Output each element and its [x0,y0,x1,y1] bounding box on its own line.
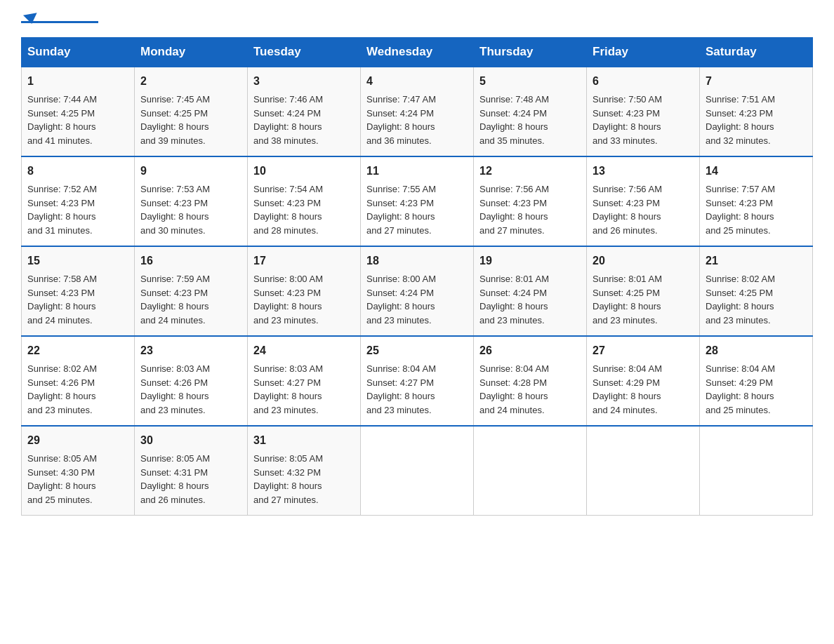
calendar-cell: 19Sunrise: 8:01 AMSunset: 4:24 PMDayligh… [474,246,587,336]
day-info: Sunrise: 7:54 AMSunset: 4:23 PMDaylight:… [253,182,355,237]
header-monday: Monday [135,38,248,67]
day-number: 8 [27,163,128,180]
day-number: 24 [253,342,355,359]
day-info: Sunrise: 7:46 AMSunset: 4:24 PMDaylight:… [253,93,355,147]
day-info: Sunrise: 8:01 AMSunset: 4:24 PMDaylight:… [479,272,581,327]
day-number: 28 [706,342,807,359]
day-info: Sunrise: 8:03 AMSunset: 4:26 PMDaylight:… [140,362,241,417]
day-number: 30 [140,432,241,449]
calendar-cell: 8Sunrise: 7:52 AMSunset: 4:23 PMDaylight… [22,156,135,246]
week-row-3: 15Sunrise: 7:58 AMSunset: 4:23 PMDayligh… [22,246,813,336]
header-sunday: Sunday [22,38,135,67]
day-number: 25 [366,342,468,359]
day-number: 27 [593,342,694,359]
day-info: Sunrise: 7:57 AMSunset: 4:23 PMDaylight:… [706,182,807,237]
day-info: Sunrise: 8:04 AMSunset: 4:28 PMDaylight:… [479,362,581,417]
day-number: 22 [27,342,128,359]
calendar-cell: 7Sunrise: 7:51 AMSunset: 4:23 PMDaylight… [700,67,813,156]
week-row-1: 1Sunrise: 7:44 AMSunset: 4:25 PMDaylight… [22,67,813,156]
day-number: 1 [27,73,128,90]
calendar-cell: 14Sunrise: 7:57 AMSunset: 4:23 PMDayligh… [700,156,813,246]
day-info: Sunrise: 7:55 AMSunset: 4:23 PMDaylight:… [366,182,468,237]
day-info: Sunrise: 7:44 AMSunset: 4:25 PMDaylight:… [27,93,128,147]
header-thursday: Thursday [474,38,587,67]
calendar-cell: 17Sunrise: 8:00 AMSunset: 4:23 PMDayligh… [248,246,361,336]
day-info: Sunrise: 7:58 AMSunset: 4:23 PMDaylight:… [27,272,128,327]
header-saturday: Saturday [700,38,813,67]
day-info: Sunrise: 7:56 AMSunset: 4:23 PMDaylight:… [593,182,694,237]
day-info: Sunrise: 8:02 AMSunset: 4:26 PMDaylight:… [27,362,128,417]
day-info: Sunrise: 7:50 AMSunset: 4:23 PMDaylight:… [593,93,694,147]
day-info: Sunrise: 8:03 AMSunset: 4:27 PMDaylight:… [253,362,355,417]
day-info: Sunrise: 7:56 AMSunset: 4:23 PMDaylight:… [479,182,581,237]
day-info: Sunrise: 8:04 AMSunset: 4:29 PMDaylight:… [593,362,694,417]
calendar-cell: 4Sunrise: 7:47 AMSunset: 4:24 PMDaylight… [361,67,474,156]
calendar-cell: 1Sunrise: 7:44 AMSunset: 4:25 PMDaylight… [22,67,135,156]
day-number: 15 [27,253,128,269]
header-tuesday: Tuesday [248,38,361,67]
week-row-4: 22Sunrise: 8:02 AMSunset: 4:26 PMDayligh… [22,336,813,426]
day-info: Sunrise: 7:45 AMSunset: 4:25 PMDaylight:… [140,93,241,147]
day-number: 29 [27,432,128,449]
day-number: 5 [479,73,581,90]
day-number: 3 [253,73,355,90]
logo-triangle-icon [23,13,39,25]
calendar-cell: 30Sunrise: 8:05 AMSunset: 4:31 PMDayligh… [135,426,248,516]
day-info: Sunrise: 7:52 AMSunset: 4:23 PMDaylight:… [27,182,128,237]
day-info: Sunrise: 7:48 AMSunset: 4:24 PMDaylight:… [479,93,581,147]
day-info: Sunrise: 7:53 AMSunset: 4:23 PMDaylight:… [140,182,241,237]
day-number: 17 [253,253,355,269]
week-row-2: 8Sunrise: 7:52 AMSunset: 4:23 PMDaylight… [22,156,813,246]
day-number: 6 [593,73,694,90]
calendar-cell: 21Sunrise: 8:02 AMSunset: 4:25 PMDayligh… [700,246,813,336]
day-info: Sunrise: 7:51 AMSunset: 4:23 PMDaylight:… [706,93,807,147]
calendar-cell: 15Sunrise: 7:58 AMSunset: 4:23 PMDayligh… [22,246,135,336]
day-info: Sunrise: 8:05 AMSunset: 4:31 PMDaylight:… [140,452,241,507]
day-number: 31 [253,432,355,449]
day-info: Sunrise: 8:02 AMSunset: 4:25 PMDaylight:… [706,272,807,327]
calendar-cell: 3Sunrise: 7:46 AMSunset: 4:24 PMDaylight… [248,67,361,156]
calendar-cell [587,426,700,516]
calendar-cell: 24Sunrise: 8:03 AMSunset: 4:27 PMDayligh… [248,336,361,426]
calendar-cell: 9Sunrise: 7:53 AMSunset: 4:23 PMDaylight… [135,156,248,246]
calendar-table: SundayMondayTuesdayWednesdayThursdayFrid… [21,37,813,516]
day-info: Sunrise: 8:04 AMSunset: 4:27 PMDaylight:… [366,362,468,417]
day-info: Sunrise: 8:01 AMSunset: 4:25 PMDaylight:… [593,272,694,327]
logo [21,14,98,23]
calendar-cell: 23Sunrise: 8:03 AMSunset: 4:26 PMDayligh… [135,336,248,426]
page-header [21,14,813,23]
day-info: Sunrise: 8:04 AMSunset: 4:29 PMDaylight:… [706,362,807,417]
calendar-header-row: SundayMondayTuesdayWednesdayThursdayFrid… [22,38,813,67]
day-info: Sunrise: 8:00 AMSunset: 4:24 PMDaylight:… [366,272,468,327]
calendar-cell [700,426,813,516]
day-number: 9 [140,163,241,180]
day-number: 23 [140,342,241,359]
day-number: 21 [706,253,807,269]
day-number: 18 [366,253,468,269]
calendar-cell: 20Sunrise: 8:01 AMSunset: 4:25 PMDayligh… [587,246,700,336]
calendar-cell: 10Sunrise: 7:54 AMSunset: 4:23 PMDayligh… [248,156,361,246]
day-number: 10 [253,163,355,180]
calendar-cell: 16Sunrise: 7:59 AMSunset: 4:23 PMDayligh… [135,246,248,336]
calendar-cell: 12Sunrise: 7:56 AMSunset: 4:23 PMDayligh… [474,156,587,246]
calendar-cell: 29Sunrise: 8:05 AMSunset: 4:30 PMDayligh… [22,426,135,516]
day-number: 14 [706,163,807,180]
day-number: 11 [366,163,468,180]
day-info: Sunrise: 8:00 AMSunset: 4:23 PMDaylight:… [253,272,355,327]
day-number: 20 [593,253,694,269]
calendar-cell: 22Sunrise: 8:02 AMSunset: 4:26 PMDayligh… [22,336,135,426]
week-row-5: 29Sunrise: 8:05 AMSunset: 4:30 PMDayligh… [22,426,813,516]
header-wednesday: Wednesday [361,38,474,67]
header-friday: Friday [587,38,700,67]
day-number: 26 [479,342,581,359]
day-info: Sunrise: 7:59 AMSunset: 4:23 PMDaylight:… [140,272,241,327]
day-number: 7 [706,73,807,90]
day-info: Sunrise: 8:05 AMSunset: 4:32 PMDaylight:… [253,452,355,507]
day-info: Sunrise: 7:47 AMSunset: 4:24 PMDaylight:… [366,93,468,147]
calendar-cell [361,426,474,516]
day-number: 13 [593,163,694,180]
day-number: 19 [479,253,581,269]
day-number: 12 [479,163,581,180]
calendar-cell [474,426,587,516]
day-number: 16 [140,253,241,269]
